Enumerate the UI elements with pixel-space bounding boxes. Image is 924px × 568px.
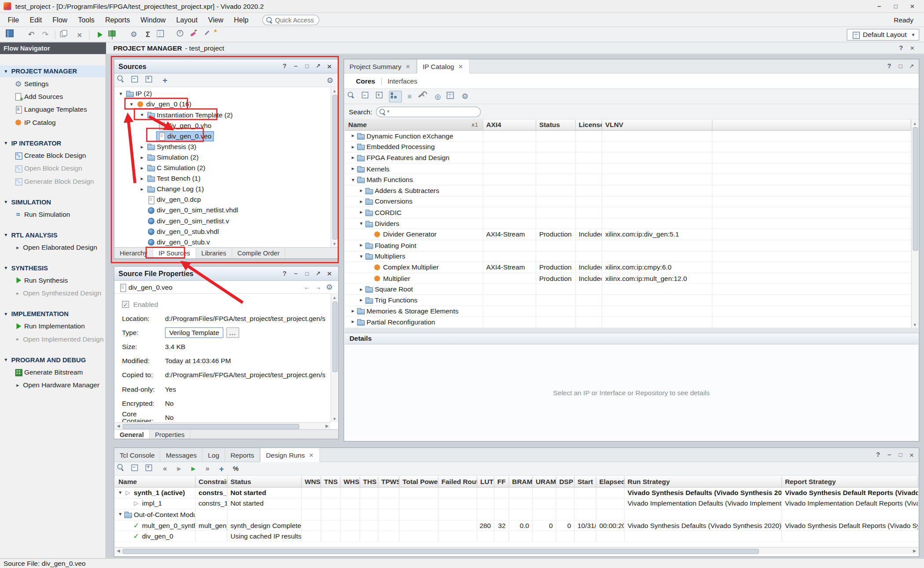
tree-item[interactable]: C Simulation (2) [115,163,330,173]
flow-navigator-entry[interactable]: Generate Bitstream [0,366,106,379]
ip-catalog-row[interactable]: Kernels [345,164,911,175]
flow-navigator-entry[interactable]: Create Block Design [0,149,106,162]
column-header[interactable]: WHS [341,476,360,487]
float-icon[interactable] [896,450,905,459]
ip-catalog-row[interactable]: Memories & Storage Elements [345,306,911,317]
chevron-right-icon[interactable] [139,142,146,151]
gear-icon[interactable] [458,91,471,102]
chevron-down-icon[interactable] [2,139,9,147]
vertical-scrollbar[interactable] [911,120,918,328]
flow-navigator-entry[interactable]: IP INTEGRATOR [0,137,106,149]
scroll-thumb[interactable] [123,424,300,429]
chevron-right-icon[interactable] [358,197,365,206]
float-icon[interactable] [302,62,312,71]
chevron-right-icon[interactable] [139,185,146,193]
column-header[interactable]: TNS [321,476,341,487]
search-icon[interactable] [116,463,129,475]
gear-icon[interactable] [325,282,334,291]
flow-navigator-entry[interactable]: Run Synthesis [0,274,106,287]
vertical-scrollbar[interactable] [330,294,337,422]
window-minimize-icon[interactable] [871,1,887,11]
tree-item[interactable]: div_gen_0_stub.vhdl [115,226,330,237]
sum-icon[interactable] [141,29,154,40]
chevron-down-icon[interactable] [2,356,9,364]
column-header[interactable]: BRAM [509,476,533,487]
menu-item[interactable]: Reports [100,15,135,24]
column-header[interactable]: AXI4 [483,120,536,130]
column-header[interactable]: Start [575,476,597,487]
ip-catalog-row[interactable]: Floating Point [345,240,911,251]
scroll-left-icon[interactable] [115,423,122,430]
column-header[interactable]: Run Strategy [625,476,782,487]
collapse-all-icon[interactable] [130,463,143,475]
ip-catalog-row[interactable]: Dynamic Function eXchange [345,131,911,142]
ip-catalog-row[interactable]: Adders & Subtracters [345,186,911,197]
chevron-right-icon[interactable] [358,296,365,304]
close-icon[interactable] [907,450,916,459]
maximize-icon[interactable] [314,269,323,278]
scroll-down-icon[interactable] [331,415,338,422]
back-icon[interactable] [302,282,312,291]
tree-item[interactable]: Change Log (1) [115,184,330,194]
step-forward-icon[interactable] [201,463,214,475]
design-run-row[interactable]: Out-of-Context Module Runs [115,510,918,521]
ip-search-input[interactable] [376,106,480,117]
delete-icon[interactable] [73,29,86,40]
column-header[interactable]: THS [360,476,378,487]
menu-item[interactable]: Tools [73,15,100,24]
quick-access[interactable]: Quick Access [262,15,319,25]
sources-tab[interactable]: IP Sources [153,248,196,259]
column-header[interactable]: WNS [302,476,321,487]
bottom-panel-tab[interactable]: Log [203,448,225,462]
chevron-right-icon[interactable] [349,143,356,151]
ip-catalog-row[interactable]: Math Functions [345,175,911,186]
menu-item[interactable]: View [203,15,229,24]
flow-navigator-entry[interactable]: Open Implemented Design [0,333,106,346]
column-header[interactable]: Name [115,476,195,487]
column-header[interactable]: Failed Routes [438,476,477,487]
enabled-checkbox[interactable] [122,301,129,308]
chevron-down-icon[interactable] [2,67,9,76]
minimize-icon[interactable] [884,450,894,459]
bottom-panel-tab[interactable]: Tcl Console [114,448,161,462]
scroll-down-icon[interactable] [912,321,918,328]
maximize-icon[interactable] [907,62,916,71]
hierarchy-icon[interactable] [389,91,402,102]
design-run-row[interactable]: impl_1 constrs_1 Not started [115,499,918,510]
horizontal-scrollbar[interactable] [115,422,330,429]
properties-icon[interactable] [403,91,416,102]
chevron-right-icon[interactable] [349,307,356,315]
tree-item[interactable]: div_gen_0.vho [115,120,330,131]
ip-catalog-row[interactable]: CORDIC [345,208,911,218]
close-icon[interactable] [325,269,334,278]
sources-tab[interactable]: Hierarchy [114,248,153,259]
menu-item[interactable]: File [2,15,24,24]
tree-item[interactable]: Instantiation Template (2) [115,109,330,120]
tree-item[interactable]: Synthesis (3) [115,141,330,152]
ip-catalog-row[interactable]: Square Root [345,284,911,295]
tree-item[interactable]: div_gen_0 (16) [115,99,330,109]
ip-catalog-row[interactable]: Dividers [345,218,911,229]
resume-icon[interactable] [187,463,200,475]
collapse-all-icon[interactable] [130,74,143,86]
gear-icon[interactable] [323,74,336,86]
scroll-up-icon[interactable] [912,120,918,127]
column-header[interactable]: TPWS [378,476,400,487]
flow-navigator-entry[interactable]: Language Templates [0,103,106,116]
grid-icon[interactable] [446,91,458,102]
chevron-right-icon[interactable] [349,164,356,173]
wand-icon[interactable] [204,29,216,40]
tree-item[interactable]: div_gen_0_stub.v [115,237,330,247]
tree-item[interactable]: IP (2) [115,88,330,99]
properties-panel-header[interactable]: Source File Properties [114,267,338,281]
column-header[interactable]: Status [227,476,302,487]
wrench-icon[interactable] [417,91,430,102]
chevron-right-icon[interactable] [358,208,365,217]
details-splitter[interactable] [345,328,918,333]
more-options-button[interactable]: ... [226,328,239,338]
column-header[interactable]: Constraints [196,476,227,487]
help-icon[interactable] [280,62,289,71]
menu-item[interactable]: Help [229,15,254,24]
maximize-icon[interactable] [314,62,323,71]
flow-navigator-entry[interactable]: PROGRAM AND DEBUG [0,354,106,366]
